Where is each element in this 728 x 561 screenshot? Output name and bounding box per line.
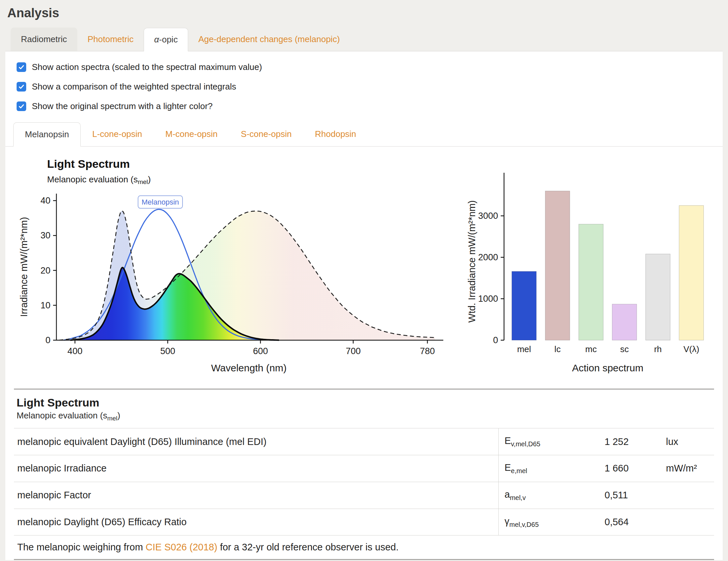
checkbox-label: Show a comparison of the weighted spectr… bbox=[32, 82, 236, 92]
results-subtitle-post: ) bbox=[117, 410, 120, 420]
svg-text:Wavelength (nm): Wavelength (nm) bbox=[211, 362, 286, 373]
charts-row: 400500600700780010203040Wavelength (nm)I… bbox=[5, 147, 723, 381]
row-label: melanopic Irradiance bbox=[14, 455, 498, 482]
tab-alpha-opic-rest: -opic bbox=[159, 35, 178, 44]
row-unit: lux bbox=[663, 428, 714, 455]
checkbox-row-action-spectra: Show action spectra (scaled to the spect… bbox=[5, 62, 723, 72]
results-subtitle: Melanopic evaluation (smel) bbox=[17, 410, 714, 422]
row-unit bbox=[663, 509, 714, 535]
analysis-page: Analysis Radiometric Photometric α-opic … bbox=[0, 0, 728, 561]
svg-text:3000: 3000 bbox=[478, 211, 498, 221]
svg-text:rh: rh bbox=[654, 344, 662, 354]
symbol-main: E bbox=[505, 462, 511, 473]
opsin-subtabbar: Melanopsin L-cone-opsin M-cone-opsin S-c… bbox=[5, 122, 723, 147]
svg-text:700: 700 bbox=[346, 346, 361, 356]
svg-text:0: 0 bbox=[45, 335, 50, 345]
svg-text:Light Spectrum: Light Spectrum bbox=[47, 158, 130, 170]
svg-text:40: 40 bbox=[40, 196, 50, 206]
svg-text:Melanopsin: Melanopsin bbox=[142, 198, 179, 206]
row-label: melanopic Factor bbox=[14, 482, 498, 509]
table-row: melanopic Irradiance Ee,mel 1 660 mW/m² bbox=[14, 455, 714, 482]
svg-text:30: 30 bbox=[40, 231, 50, 241]
svg-text:780: 780 bbox=[420, 346, 435, 356]
subtab-melanopsin[interactable]: Melanopsin bbox=[13, 122, 81, 147]
symbol-main: a bbox=[505, 489, 510, 500]
tab-photometric[interactable]: Photometric bbox=[77, 28, 144, 51]
check-icon bbox=[18, 103, 25, 110]
checkbox-show-action-spectra[interactable] bbox=[17, 62, 26, 72]
svg-text:Wtd. Irradiance mW/(m²*nm): Wtd. Irradiance mW/(m²*nm) bbox=[467, 200, 477, 322]
svg-text:2000: 2000 bbox=[478, 252, 498, 262]
symbol-sub: v,mel,D65 bbox=[511, 440, 541, 448]
symbol-main: γ bbox=[505, 516, 510, 526]
svg-text:Irradiance mW/(m²*nm): Irradiance mW/(m²*nm) bbox=[19, 217, 29, 316]
results-subtitle-pre: Melanopic evaluation (s bbox=[17, 410, 107, 420]
table-row: melanopic Factor amel,v 0,511 bbox=[14, 482, 714, 509]
svg-text:lc: lc bbox=[554, 344, 561, 354]
row-symbol: Ev,mel,D65 bbox=[498, 428, 601, 455]
reference-note: The melanopic weighing from CIE S026 (20… bbox=[14, 535, 714, 559]
tab-alpha-opic-alpha: α bbox=[154, 35, 159, 44]
checkbox-label: Show action spectra (scaled to the spect… bbox=[32, 62, 262, 72]
row-unit bbox=[663, 482, 714, 509]
row-label: melanopic Daylight (D65) Efficacy Ratio bbox=[14, 509, 498, 535]
table-row: melanopic equivalent Daylight (D65) Illu… bbox=[14, 428, 714, 455]
row-symbol: Ee,mel bbox=[498, 455, 601, 482]
row-symbol: amel,v bbox=[498, 482, 601, 509]
symbol-sub: e,mel bbox=[511, 467, 527, 474]
metrics-table: melanopic equivalent Daylight (D65) Illu… bbox=[14, 428, 714, 535]
checkbox-show-original-spectrum[interactable] bbox=[17, 102, 26, 111]
reference-note-pre: The melanopic weighing from bbox=[17, 542, 146, 552]
svg-text:Melanopic evaluation (smel): Melanopic evaluation (smel) bbox=[47, 175, 151, 185]
row-symbol: γmel,v,D65 bbox=[498, 509, 601, 535]
subtab-m-cone-opsin[interactable]: M-cone-opsin bbox=[154, 122, 229, 146]
svg-text:Action spectrum: Action spectrum bbox=[572, 362, 643, 373]
svg-text:20: 20 bbox=[40, 266, 50, 276]
symbol-main: E bbox=[505, 435, 511, 446]
row-value: 0,564 bbox=[601, 509, 663, 535]
row-value: 0,511 bbox=[601, 482, 663, 509]
row-unit: mW/m² bbox=[663, 455, 714, 482]
page-title: Analysis bbox=[7, 6, 723, 20]
symbol-sub: mel,v bbox=[510, 494, 526, 501]
results-subtitle-sub: mel bbox=[107, 415, 117, 422]
reference-note-post: for a 32-yr old reference observer is us… bbox=[217, 542, 399, 552]
weighted-irradiance-bar-chart: 0100020003000mellcmcscrhV(λ)Action spect… bbox=[459, 155, 718, 380]
tab-alpha-opic[interactable]: α-opic bbox=[144, 28, 188, 51]
svg-text:10: 10 bbox=[40, 300, 50, 310]
checkbox-row-comparison: Show a comparison of the weighted spectr… bbox=[5, 82, 723, 92]
svg-text:1000: 1000 bbox=[478, 294, 498, 304]
svg-text:400: 400 bbox=[67, 346, 82, 356]
results-section: Light Spectrum Melanopic evaluation (sme… bbox=[14, 388, 714, 560]
checkbox-row-original-spectrum: Show the original spectrum with a lighte… bbox=[5, 101, 723, 111]
subtab-l-cone-opsin[interactable]: L-cone-opsin bbox=[81, 122, 154, 146]
svg-text:mel: mel bbox=[517, 344, 531, 354]
check-icon bbox=[18, 64, 25, 71]
cie-s026-link[interactable]: CIE S026 (2018) bbox=[146, 542, 217, 552]
row-value: 1 660 bbox=[601, 455, 663, 482]
svg-text:sc: sc bbox=[620, 344, 629, 354]
tab-radiometric[interactable]: Radiometric bbox=[11, 28, 77, 51]
svg-text:600: 600 bbox=[253, 346, 268, 356]
subtab-s-cone-opsin[interactable]: S-cone-opsin bbox=[229, 122, 303, 146]
tab-content-panel: Show action spectra (scaled to the spect… bbox=[5, 51, 723, 560]
svg-text:500: 500 bbox=[160, 346, 175, 356]
check-icon bbox=[18, 83, 25, 90]
symbol-sub: mel,v,D65 bbox=[509, 521, 539, 528]
subtab-rhodopsin[interactable]: Rhodopsin bbox=[303, 122, 368, 146]
row-value: 1 252 bbox=[601, 428, 663, 455]
checkbox-show-comparison[interactable] bbox=[17, 82, 26, 92]
spectrum-chart: 400500600700780010203040Wavelength (nm)I… bbox=[10, 155, 455, 380]
table-row: melanopic Daylight (D65) Efficacy Ratio … bbox=[14, 509, 714, 535]
tab-age-dependent-changes[interactable]: Age-dependent changes (melanopic) bbox=[188, 28, 350, 51]
results-title: Light Spectrum bbox=[17, 396, 714, 409]
svg-text:0: 0 bbox=[493, 335, 498, 345]
svg-text:V(λ): V(λ) bbox=[684, 344, 699, 354]
svg-text:mc: mc bbox=[585, 344, 597, 354]
main-tabbar: Radiometric Photometric α-opic Age-depen… bbox=[5, 28, 723, 51]
checkbox-label: Show the original spectrum with a lighte… bbox=[32, 101, 213, 111]
row-label: melanopic equivalent Daylight (D65) Illu… bbox=[14, 428, 498, 455]
